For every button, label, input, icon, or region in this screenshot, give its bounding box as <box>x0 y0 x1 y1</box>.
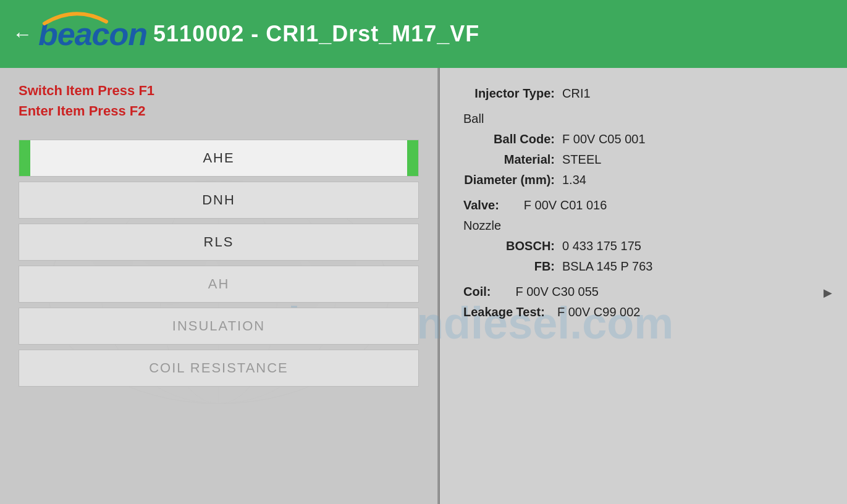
menu-item-insulation[interactable]: INSULATION <box>19 308 419 345</box>
diameter-label: Diameter (mm): <box>463 173 562 187</box>
menu-item-label-insulation: INSULATION <box>172 318 265 334</box>
instructions-block: Switch Item Press F1 Enter Item Press F2 <box>19 80 419 121</box>
info-section: Injector Type: CRI1 Ball Ball Code: F 00… <box>463 86 822 319</box>
ball-label: Ball <box>463 112 822 126</box>
menu-list: AHE DNH RLS AH INSULATION COIL RESISTANC… <box>19 140 419 387</box>
bosch-value: 0 433 175 175 <box>562 239 641 253</box>
bosch-label: BOSCH: <box>463 239 562 253</box>
main-content: www.beacondiesel.com <box>0 68 847 504</box>
green-right-indicator <box>407 140 418 176</box>
back-arrow[interactable]: ← <box>12 23 32 46</box>
material-row: Material: STEEL <box>463 153 822 167</box>
menu-item-ah[interactable]: AH <box>19 266 419 303</box>
diameter-value: 1.34 <box>562 173 586 187</box>
coil-value: F 00V C30 055 <box>515 285 599 299</box>
right-panel: Injector Type: CRI1 Ball Ball Code: F 00… <box>439 68 847 504</box>
ball-code-row: Ball Code: F 00V C05 001 <box>463 132 822 146</box>
injector-type-value: CRI1 <box>562 86 591 101</box>
ball-code-label: Ball Code: <box>463 132 562 146</box>
logo-wrapper: beacon <box>38 15 147 52</box>
leakage-label: Leakage Test: <box>463 305 557 319</box>
menu-item-dnh[interactable]: DNH <box>19 182 419 219</box>
coil-label: Coil: <box>463 285 515 299</box>
material-value: STEEL <box>562 153 601 167</box>
material-label: Material: <box>463 153 562 167</box>
menu-item-coil-resistance[interactable]: COIL RESISTANCE <box>19 350 419 387</box>
cursor-indicator: ▶ <box>824 286 828 291</box>
menu-item-label-coil-resistance: COIL RESISTANCE <box>149 360 289 376</box>
header: ← beacon 5110002 - CRI1_Drst_M17_VF <box>0 0 847 68</box>
panel-divider <box>439 68 440 504</box>
diameter-row: Diameter (mm): 1.34 <box>463 173 822 187</box>
fb-row: FB: BSLA 145 P 763 <box>463 259 822 274</box>
menu-item-ahe[interactable]: AHE <box>19 140 419 177</box>
bosch-row: BOSCH: 0 433 175 175 <box>463 239 822 253</box>
injector-type-row: Injector Type: CRI1 <box>463 86 822 101</box>
fb-label: FB: <box>463 259 562 274</box>
menu-item-label-ah: AH <box>208 276 230 292</box>
leakage-value: F 00V C99 002 <box>557 305 641 319</box>
logo-arc-icon <box>41 8 109 27</box>
nozzle-label: Nozzle <box>463 219 822 233</box>
coil-row: Coil: F 00V C30 055 <box>463 285 822 299</box>
instruction-line-2: Enter Item Press F2 <box>19 101 419 121</box>
left-panel: Switch Item Press F1 Enter Item Press F2… <box>0 68 439 504</box>
menu-item-label-ahe: AHE <box>203 150 234 166</box>
ball-code-value: F 00V C05 001 <box>562 132 646 146</box>
injector-type-label: Injector Type: <box>463 86 562 101</box>
menu-item-label-rls: RLS <box>204 234 234 250</box>
valve-value: F 00V C01 016 <box>524 198 607 212</box>
green-left-indicator <box>19 140 30 176</box>
instruction-line-1: Switch Item Press F1 <box>19 80 419 101</box>
menu-item-label-dnh: DNH <box>202 192 235 208</box>
valve-label: Valve: <box>463 198 524 212</box>
fb-value: BSLA 145 P 763 <box>562 259 652 274</box>
leakage-row: Leakage Test: F 00V C99 002 <box>463 305 822 319</box>
valve-row: Valve: F 00V C01 016 <box>463 198 822 212</box>
page-title: 5110002 - CRI1_Drst_M17_VF <box>153 21 479 47</box>
menu-item-rls[interactable]: RLS <box>19 224 419 261</box>
